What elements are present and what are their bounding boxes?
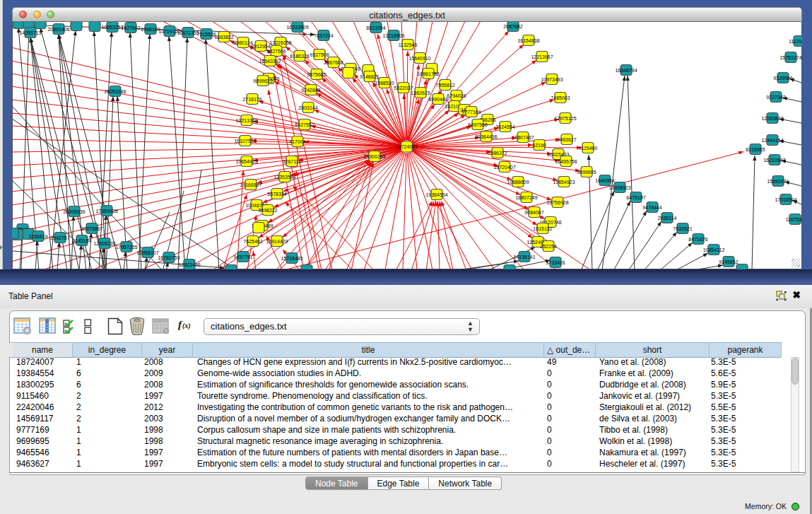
svg-text:15640910: 15640910: [408, 56, 430, 61]
svg-text:(x): (x): [182, 322, 191, 330]
svg-text:8813054: 8813054: [366, 25, 385, 30]
svg-text:1145194: 1145194: [73, 238, 92, 243]
svg-text:12093873: 12093873: [761, 116, 783, 121]
svg-text:7625402: 7625402: [243, 239, 262, 244]
svg-text:9777169: 9777169: [461, 110, 481, 115]
svg-text:2803144: 2803144: [298, 105, 317, 110]
svg-text:7663822: 7663822: [214, 35, 233, 40]
svg-text:417004: 417004: [289, 139, 305, 144]
svg-text:3875685: 3875685: [307, 72, 326, 77]
svg-text:9474444: 9474444: [642, 205, 661, 210]
svg-text:252254: 252254: [540, 244, 556, 249]
svg-text:9327508: 9327508: [310, 52, 329, 57]
svg-text:11120474: 11120474: [789, 39, 802, 44]
svg-text:9327506: 9327506: [266, 49, 286, 54]
svg-text:10654112: 10654112: [703, 247, 725, 252]
svg-text:9463627: 9463627: [557, 137, 576, 142]
svg-text:8427552: 8427552: [295, 122, 314, 127]
svg-text:1640954: 1640954: [595, 178, 614, 183]
svg-text:10938923: 10938923: [608, 185, 630, 190]
svg-text:16154838: 16154838: [517, 38, 539, 43]
svg-text:9457791: 9457791: [233, 255, 252, 259]
svg-text:12444154: 12444154: [761, 138, 783, 143]
svg-text:5878334: 5878334: [267, 192, 286, 197]
svg-text:12213967: 12213967: [531, 54, 553, 59]
svg-text:7986372: 7986372: [488, 151, 507, 156]
svg-text:15716485: 15716485: [281, 256, 302, 261]
svg-text:6479197: 6479197: [626, 195, 645, 200]
svg-text:16782759: 16782759: [158, 255, 180, 260]
svg-text:9115460: 9115460: [579, 146, 598, 151]
svg-text:16107553: 16107553: [234, 139, 256, 144]
svg-text:13226058: 13226058: [269, 40, 291, 45]
svg-text:16648794: 16648794: [615, 68, 637, 73]
svg-text:26053346: 26053346: [104, 89, 126, 94]
svg-text:9699695: 9699695: [577, 170, 596, 175]
svg-text:16495756: 16495756: [555, 159, 577, 164]
svg-text:62160: 62160: [532, 143, 546, 148]
svg-text:10653257: 10653257: [101, 25, 123, 30]
svg-text:2718176: 2718176: [242, 97, 261, 102]
svg-text:8471676: 8471676: [688, 237, 707, 242]
svg-text:19654925: 19654925: [235, 159, 257, 164]
svg-text:15720407: 15720407: [493, 165, 515, 170]
svg-text:16543382: 16543382: [259, 59, 281, 64]
svg-text:16914479: 16914479: [266, 239, 288, 244]
svg-text:20206536: 20206536: [63, 209, 85, 214]
svg-text:10807487: 10807487: [512, 135, 534, 140]
svg-text:19166827: 19166827: [240, 182, 261, 187]
svg-text:3498222: 3498222: [258, 208, 277, 213]
svg-text:1362615: 1362615: [411, 90, 430, 95]
svg-text:1156819: 1156819: [29, 234, 48, 239]
svg-text:5322037: 5322037: [394, 86, 413, 90]
svg-text:12975125: 12975125: [554, 116, 576, 121]
svg-text:8186328: 8186328: [290, 54, 309, 59]
svg-text:19756928: 19756928: [546, 200, 568, 205]
svg-text:9899613: 9899613: [253, 78, 272, 83]
svg-text:19384554: 19384554: [425, 192, 447, 197]
svg-text:15751074: 15751074: [779, 55, 801, 60]
svg-text:18724007: 18724007: [396, 144, 418, 149]
svg-text:8960124: 8960124: [233, 40, 252, 45]
svg-text:7515526: 7515526: [196, 32, 216, 37]
svg-text:9245652: 9245652: [719, 259, 738, 264]
svg-text:20691406: 20691406: [47, 27, 69, 32]
svg-text:20364436: 20364436: [475, 134, 497, 139]
svg-text:10671355: 10671355: [177, 30, 199, 35]
svg-text:9146821: 9146821: [360, 74, 379, 79]
svg-text:30975867: 30975867: [81, 226, 102, 231]
svg-text:12923446: 12923446: [178, 262, 200, 267]
svg-text:6966160: 6966160: [141, 27, 160, 32]
svg-text:19654923: 19654923: [553, 180, 575, 185]
svg-text:2942757: 2942757: [50, 235, 69, 240]
svg-text:8990448: 8990448: [428, 97, 447, 102]
svg-text:9084067: 9084067: [524, 210, 543, 215]
svg-text:3624554: 3624554: [495, 124, 514, 129]
svg-text:13218506: 13218506: [382, 33, 404, 38]
svg-text:9329966: 9329966: [773, 76, 792, 81]
svg-text:1615132: 1615132: [533, 226, 552, 231]
svg-text:12213369: 12213369: [235, 118, 257, 123]
svg-text:10973493: 10973493: [541, 77, 563, 82]
svg-text:18807249: 18807249: [515, 195, 537, 200]
svg-text:15692971: 15692971: [767, 179, 789, 184]
svg-text:7485003: 7485003: [551, 95, 570, 100]
svg-text:1733426: 1733426: [546, 260, 565, 265]
svg-text:1132546: 1132546: [399, 42, 418, 47]
svg-text:12905135: 12905135: [93, 241, 115, 246]
svg-text:9242848: 9242848: [301, 88, 320, 93]
svg-text:17359928: 17359928: [95, 209, 117, 214]
svg-text:16210643: 16210643: [763, 158, 785, 163]
svg-text:10958107: 10958107: [136, 250, 158, 255]
svg-text:14055713: 14055713: [19, 30, 41, 35]
svg-text:17016504: 17016504: [775, 197, 796, 202]
svg-text:1167533: 1167533: [786, 217, 802, 222]
svg-text:16033809: 16033809: [286, 25, 308, 30]
svg-text:14136141: 14136141: [513, 255, 535, 259]
svg-text:8912954: 8912954: [251, 44, 270, 49]
svg-text:7632621: 7632621: [673, 226, 692, 231]
svg-text:25300265: 25300265: [363, 154, 385, 159]
svg-text:6794028: 6794028: [447, 93, 466, 98]
svg-text:7955812: 7955812: [435, 83, 454, 88]
svg-text:1527602: 1527602: [121, 25, 140, 30]
